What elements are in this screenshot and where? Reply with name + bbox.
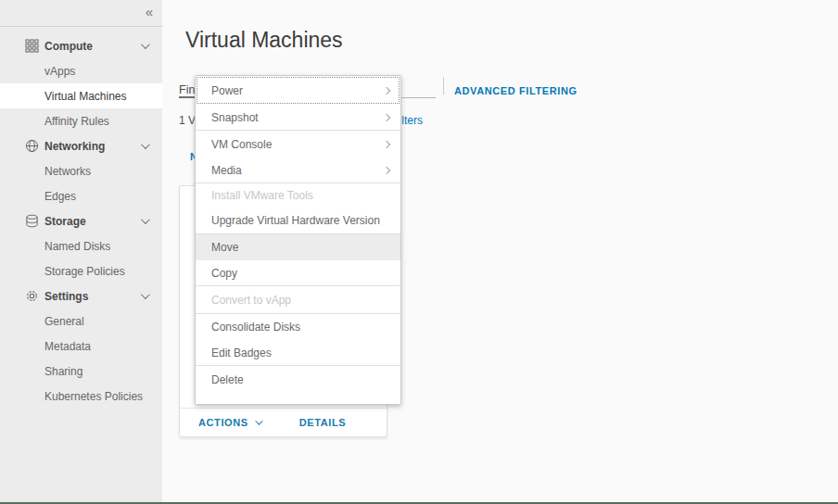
sidebar-item-networks[interactable]: Networks [0,158,162,183]
page-title: Virtual Machines [185,28,343,53]
globe-icon [25,139,39,153]
sidebar-item-storage-policies[interactable]: Storage Policies [0,258,162,284]
sidebar-nav: Compute vApps Virtual Machines Affinity … [0,27,162,409]
menu-item-label: Snapshot [211,111,259,124]
actions-button-label: ACTIONS [198,417,248,428]
sidebar-item-virtual-machines[interactable]: Virtual Machines [0,83,162,108]
sidebar-item-metadata[interactable]: Metadata [0,334,162,359]
menu-item-upgrade-virtual-hardware-version[interactable]: Upgrade Virtual Hardware Version [196,208,400,233]
vm-actions-context-menu: Power Snapshot VM Console Media Install … [195,75,401,405]
sidebar-item-general[interactable]: General [0,309,162,334]
menu-item-label: Install VMware Tools [211,189,313,202]
chevron-down-icon [141,290,150,299]
chevron-down-icon [141,140,150,149]
sidebar-section-compute[interactable]: Compute [0,33,162,58]
collapse-sidebar-icon[interactable]: « [146,4,153,19]
sidebar-section-storage[interactable]: Storage [0,208,162,233]
menu-item-delete[interactable]: Delete [196,366,400,393]
menu-item-label: Edit Badges [211,346,272,359]
menu-item-move[interactable]: Move [196,234,400,260]
menu-item-label: VM Console [211,138,272,151]
sidebar-section-networking[interactable]: Networking [0,133,162,158]
sidebar-item-kubernetes-policies[interactable]: Kubernetes Policies [0,384,162,409]
menu-item-label: Media [211,164,242,177]
submenu-arrow-icon [383,166,390,173]
sidebar-section-settings[interactable]: Settings [0,284,162,309]
grid-icon [25,39,39,53]
menu-item-label: Upgrade Virtual Hardware Version [211,214,380,227]
menu-item-power[interactable]: Power [196,76,400,105]
menu-item-vm-console[interactable]: VM Console [196,131,400,158]
menu-item-consolidate-disks[interactable]: Consolidate Disks [196,314,400,340]
submenu-arrow-icon [383,113,390,120]
storage-icon [25,214,39,228]
advanced-filtering-button[interactable]: ADVANCED FILTERING [454,85,578,96]
gear-icon [25,289,39,303]
menu-bottom-spacer [196,393,400,404]
submenu-arrow-icon [383,86,390,94]
chevron-down-icon [141,40,150,49]
sidebar-item-edges[interactable]: Edges [0,183,162,208]
menu-item-copy[interactable]: Copy [196,260,400,285]
vm-card-actions-button[interactable]: ACTIONS [198,417,260,428]
menu-item-install-vmware-tools: Install VMware Tools [196,183,400,208]
sidebar-header: « [0,0,162,27]
menu-item-convert-to-vapp: Convert to vApp [196,286,400,313]
sidebar-item-named-disks[interactable]: Named Disks [0,233,162,258]
vm-card-footer: ACTIONS DETAILS [180,408,387,436]
menu-item-label: Copy [211,267,237,280]
sidebar: « Compute vApps Virtual Machines Affinit… [0,0,162,502]
menu-item-label: Consolidate Disks [211,321,300,334]
chevron-down-icon [141,215,150,224]
toolbar-divider [443,77,444,94]
chevron-down-icon [255,417,262,424]
menu-item-label: Delete [211,373,244,386]
menu-item-label: Convert to vApp [211,294,291,307]
menu-item-edit-badges[interactable]: Edit Badges [196,340,400,365]
menu-item-label: Move [211,241,238,254]
vm-card-details-button[interactable]: DETAILS [299,417,346,428]
sidebar-item-sharing[interactable]: Sharing [0,359,162,384]
submenu-arrow-icon [383,140,390,147]
menu-item-snapshot[interactable]: Snapshot [196,105,400,130]
sidebar-item-vapps[interactable]: vApps [0,58,162,83]
app-window: « Compute vApps Virtual Machines Affinit… [0,0,838,504]
menu-item-label: Power [211,84,243,97]
sidebar-item-affinity-rules[interactable]: Affinity Rules [0,108,162,133]
menu-item-media[interactable]: Media [196,158,400,183]
